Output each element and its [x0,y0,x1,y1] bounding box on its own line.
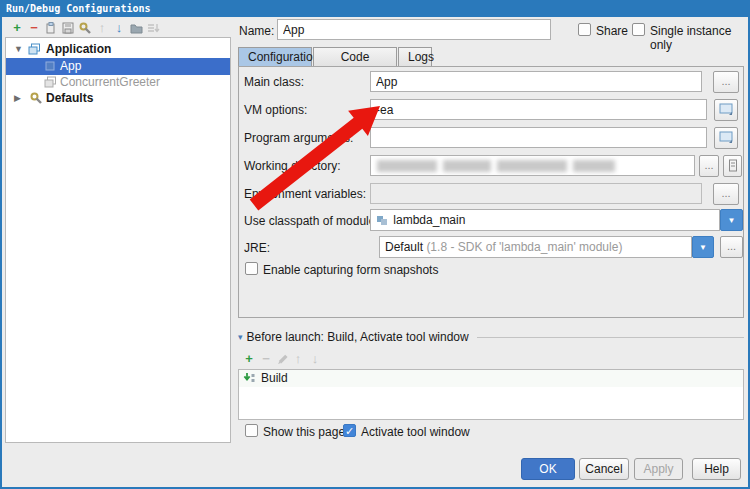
jre-value: Default [385,240,423,254]
tab-code-coverage[interactable]: Code Coverage [313,47,397,67]
main-class-input[interactable] [370,71,702,92]
remove-config-icon[interactable]: − [27,21,41,35]
tree-group-label: Defaults [46,90,93,107]
sort-configurations-icon [146,21,160,35]
move-down-icon[interactable]: ↓ [112,21,126,35]
expand-field-icon [719,131,733,145]
jre-combobox[interactable]: Default (1.8 - SDK of 'lambda_main' modu… [379,236,692,258]
jre-value-detail: (1.8 - SDK of 'lambda_main' module) [426,240,622,254]
expand-field-icon [719,103,733,117]
before-launch-add-icon[interactable]: + [242,352,256,366]
show-this-page-checkbox[interactable] [245,424,258,437]
before-launch-title: Before launch: Build, Activate tool wind… [247,330,469,344]
run-debug-configurations-dialog: Run/Debug Configurations + − ↑ ↓ ▼ Appli… [0,0,750,489]
build-icon [243,372,256,385]
tab-logs[interactable]: Logs [398,47,432,67]
collapse-arrow-icon[interactable]: ▾ [238,332,243,342]
before-launch-up-icon: ↑ [291,352,305,366]
enable-snapshots-checkbox[interactable] [245,262,258,275]
main-class-label: Main class: [244,75,304,89]
copy-config-icon[interactable] [44,21,58,35]
tree-expanded-arrow-icon[interactable]: ▼ [14,41,23,58]
name-label: Name: [239,24,274,38]
activate-tool-window-label: Activate tool window [361,425,470,439]
share-label: Share [596,24,628,38]
enable-snapshots-label: Enable capturing form snapshots [263,263,438,277]
program-arguments-expand-button[interactable] [714,127,738,149]
show-this-page-label: Show this page [263,425,345,439]
defaults-wrench-icon [30,92,43,110]
activate-tool-window-checkbox[interactable] [343,424,356,437]
tree-item-label: ConcurrentGreeter [60,74,160,91]
window-title: Run/Debug Configurations [6,3,151,14]
task-label: Build [261,370,288,387]
before-launch-remove-icon: − [259,352,273,366]
classpath-dropdown-button[interactable]: ▼ [720,209,743,231]
working-directory-input[interactable] [370,155,695,176]
before-launch-edit-icon [275,353,289,367]
tree-group-defaults[interactable]: ▶ Defaults [6,90,230,107]
section-separator [477,337,744,338]
tree-group-application[interactable]: ▼ Application [6,41,230,58]
single-instance-checkbox[interactable] [632,23,645,36]
save-config-icon[interactable] [61,21,75,35]
before-launch-down-icon: ↓ [308,352,322,366]
insert-macro-icon [728,159,738,172]
working-directory-label: Working directory: [244,159,340,173]
environment-variables-input[interactable] [370,183,702,204]
tree-group-label: Application [46,41,111,58]
tree-item-app-selected[interactable]: App [6,58,230,75]
before-launch-task-list: Build [238,369,744,420]
apply-button[interactable]: Apply [634,458,683,480]
program-arguments-label: Program arguments: [244,131,353,145]
single-instance-label: Single instance only [650,24,748,52]
tab-configuration[interactable]: Configuration [238,47,312,67]
move-up-icon: ↑ [95,21,109,35]
vm-options-input[interactable] [370,99,707,120]
add-config-icon[interactable]: + [10,21,24,35]
tree-item-concurrentgreeter[interactable]: ConcurrentGreeter [6,74,230,91]
create-folder-icon[interactable] [129,21,143,35]
jre-dropdown-button[interactable]: ▼ [692,236,714,258]
jre-browse-button[interactable]: ... [720,236,743,258]
use-classpath-label: Use classpath of module: [244,214,379,228]
task-row-build[interactable]: Build [239,370,743,387]
before-launch-header[interactable]: ▾ Before launch: Build, Activate tool wi… [238,330,744,344]
environment-variables-label: Environment variables: [244,187,366,201]
vm-options-label: VM options: [244,103,307,117]
module-icon [376,214,390,226]
ok-button[interactable]: OK [521,458,575,480]
configurations-tree: ▼ Application App ConcurrentGreeter ▶ De… [5,37,231,443]
tree-item-label: App [60,58,81,75]
share-checkbox[interactable] [578,23,591,36]
main-class-browse-button[interactable]: ... [713,71,739,93]
environment-variables-browse-button[interactable]: ... [713,183,739,205]
program-arguments-input[interactable] [370,127,707,148]
classpath-module-combobox[interactable]: lambda_main [370,209,720,231]
help-button[interactable]: Help [692,458,741,480]
edit-defaults-wrench-icon[interactable] [78,21,92,35]
name-input[interactable] [277,19,551,40]
tree-collapsed-arrow-icon[interactable]: ▶ [14,90,21,107]
window-titlebar[interactable]: Run/Debug Configurations [0,0,750,17]
chevron-down-icon: ▼ [728,216,736,225]
cancel-button[interactable]: Cancel [579,458,629,480]
chevron-down-icon: ▼ [699,243,707,252]
classpath-module-value: lambda_main [393,213,465,227]
working-directory-macro-button[interactable] [723,155,742,177]
jre-label: JRE: [244,241,270,255]
vm-options-expand-button[interactable] [714,99,738,121]
working-directory-browse-button[interactable]: ... [699,155,719,177]
